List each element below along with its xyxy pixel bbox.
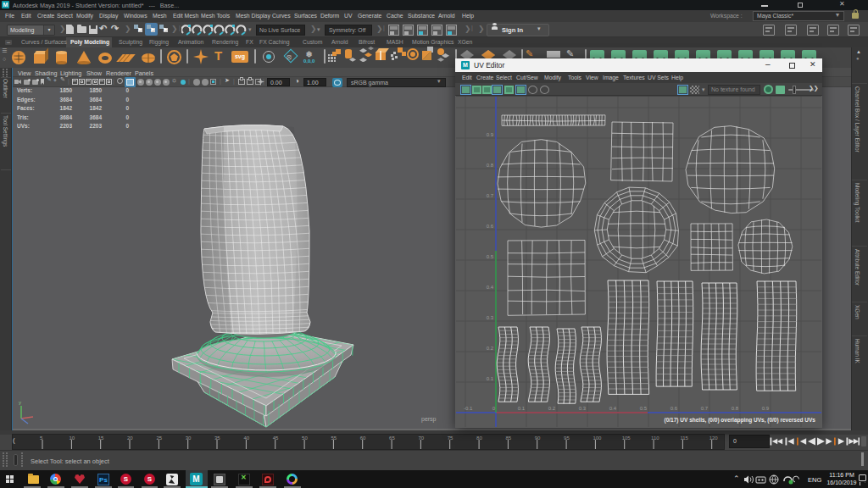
svg-text:y: y [19,400,21,405]
svg-text:0.7: 0.7 [487,193,494,198]
svg-text:45: 45 [273,435,279,441]
svg-text:0.2: 0.2 [548,406,556,411]
svg-text:65: 65 [389,435,395,441]
svg-text:0.3: 0.3 [487,315,494,320]
svg-text:0.5: 0.5 [640,406,648,411]
svg-text:30: 30 [186,435,192,441]
svg-text:120: 120 [709,435,719,441]
svg-text:35: 35 [214,435,220,441]
svg-text:55: 55 [331,435,337,441]
svg-text:0.4: 0.4 [609,406,617,411]
svg-text:60: 60 [360,435,366,441]
svg-text:70: 70 [418,435,424,441]
svg-text:0.9: 0.9 [487,132,494,137]
svg-text:0: 0 [492,406,496,411]
svg-text:0.4: 0.4 [487,285,494,290]
svg-text:0.6: 0.6 [487,224,494,229]
svg-text:85: 85 [505,435,511,441]
svg-text:10: 10 [69,435,75,441]
svg-text:0.5: 0.5 [487,254,494,259]
svg-text:0.2: 0.2 [487,346,494,351]
svg-text:15: 15 [98,435,104,441]
svg-text:20: 20 [127,435,133,441]
svg-text:0.9: 0.9 [762,406,770,411]
svg-text:25: 25 [156,435,162,441]
svg-text:0.3: 0.3 [579,406,587,411]
svg-text:100: 100 [593,435,602,441]
svg-text:80: 80 [476,435,482,441]
svg-text:0.6: 0.6 [670,406,678,411]
svg-text:95: 95 [564,435,570,441]
svg-text:105: 105 [622,435,632,441]
svg-text:115: 115 [680,435,688,441]
svg-text:-0.1: -0.1 [464,406,473,411]
svg-text:90: 90 [535,435,541,441]
svg-text:5: 5 [40,435,43,441]
svg-text:0.7: 0.7 [701,406,709,411]
svg-text:0.8: 0.8 [487,163,494,168]
svg-text:0.8: 0.8 [732,406,739,411]
svg-text:0.1: 0.1 [487,376,494,381]
svg-text:40: 40 [243,435,249,441]
svg-text:75: 75 [448,435,453,441]
svg-text:110: 110 [651,435,659,441]
svg-text:50: 50 [302,435,308,441]
svg-text:0.1: 0.1 [518,406,526,411]
